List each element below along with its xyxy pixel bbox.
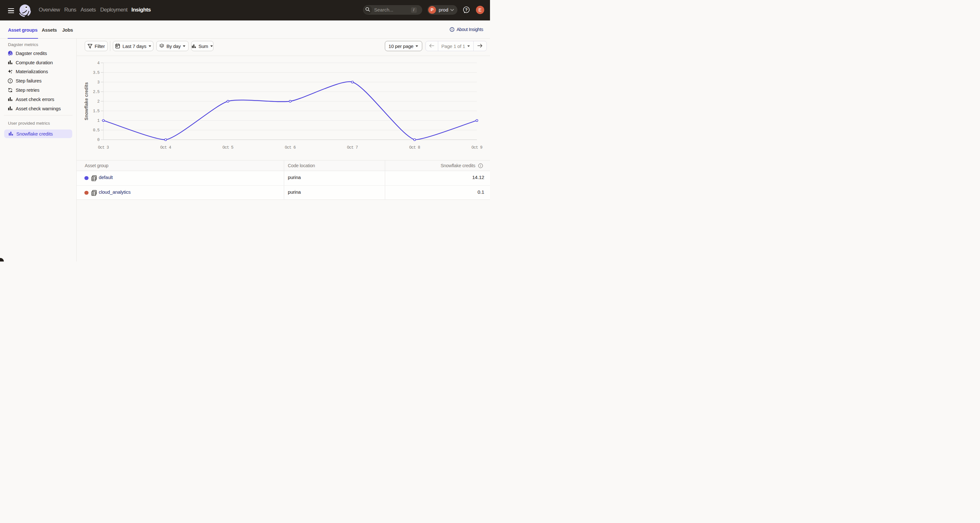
svg-text:1.5: 1.5 — [93, 109, 100, 113]
svg-text:1: 1 — [97, 119, 99, 123]
svg-text:4: 4 — [97, 61, 99, 65]
svg-text:2.5: 2.5 — [93, 90, 100, 94]
svg-text:0: 0 — [97, 138, 99, 142]
svg-text:Oct 5: Oct 5 — [223, 145, 233, 150]
svg-text:0.5: 0.5 — [93, 128, 100, 133]
svg-text:?: ? — [465, 8, 468, 12]
svg-text:Oct 7: Oct 7 — [347, 145, 358, 150]
svg-text:Oct 8: Oct 8 — [409, 145, 420, 150]
svg-text:Snowflake credits: Snowflake credits — [84, 82, 89, 120]
svg-text:Oct 3: Oct 3 — [98, 145, 109, 150]
svg-text:2: 2 — [97, 99, 99, 104]
svg-text:3: 3 — [97, 80, 99, 84]
svg-text:Oct 9: Oct 9 — [471, 145, 482, 150]
svg-text:Oct 6: Oct 6 — [285, 145, 296, 150]
svg-text:3.5: 3.5 — [93, 70, 100, 75]
svg-text:Oct 4: Oct 4 — [160, 145, 171, 150]
